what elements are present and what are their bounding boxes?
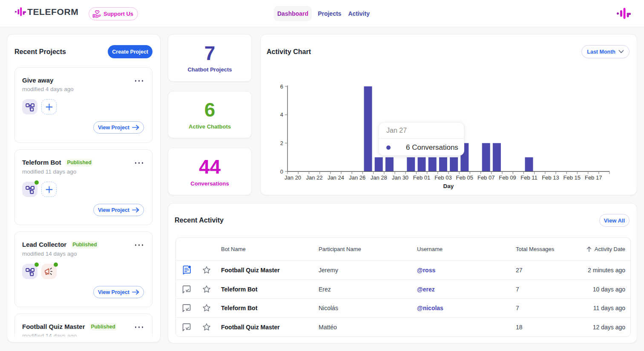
col-header-username[interactable]: Username <box>412 246 511 252</box>
main-nav: DashboardProjectsActivity <box>274 6 371 21</box>
create-project-button[interactable]: Create Project <box>108 45 152 58</box>
nav-item-label: Projects <box>318 10 341 17</box>
view-project-label: View Project <box>98 125 129 131</box>
project-card: Teleform BotPublishedmodified 11 days ag… <box>14 149 152 225</box>
stats-column: 7Chatbot Projects6Active Chatbots44Conve… <box>168 34 252 195</box>
activity-chart-panel: 0246Jan 20Jan 22Jan 24Jan 26Jan 28Jan 30… <box>260 34 637 195</box>
cell-bot-name: Football Quiz Master <box>216 267 313 274</box>
cell-username: @nicolas <box>412 305 511 311</box>
project-name: Give away <box>22 77 53 84</box>
megaphone-bot-chip[interactable] <box>41 264 57 279</box>
svg-text:Feb 17: Feb 17 <box>585 174 602 181</box>
svg-text:0: 0 <box>280 168 283 175</box>
svg-text:Jan 22: Jan 22 <box>306 174 322 181</box>
cell-bot-name: Teleform Bot <box>216 305 313 311</box>
active-status-dot <box>34 180 39 185</box>
activity-table-row[interactable]: Teleform BotNicolás@nicolas711 days ago <box>176 299 630 318</box>
favorite-star-button[interactable] <box>202 285 211 294</box>
read-conversation-icon[interactable] <box>181 303 192 313</box>
project-menu-button[interactable] <box>134 241 144 248</box>
tooltip-series-dot <box>386 146 391 150</box>
col-header-bot-name[interactable]: Bot Name <box>216 246 313 252</box>
svg-text:Feb 01: Feb 01 <box>413 174 430 181</box>
bot-icons-row <box>22 264 144 279</box>
activity-table-row[interactable]: Football Quiz MasterJeremy@ross272 minut… <box>176 261 630 280</box>
cell-bot-name: Teleform Bot <box>216 286 313 293</box>
read-conversation-icon[interactable] <box>181 284 192 294</box>
col-header-total-messages[interactable]: Total Messages <box>511 246 579 252</box>
cell-participant-name: Nicolás <box>313 305 412 311</box>
support-us-button[interactable]: Support Us <box>89 7 138 20</box>
activity-table-row[interactable]: Football Quiz MasterMattéo1812 days ago <box>176 318 630 337</box>
svg-text:Jan 28: Jan 28 <box>371 174 387 181</box>
nav-item-activity[interactable]: Activity <box>347 10 371 17</box>
sort-ascending-icon <box>586 246 592 252</box>
svg-text:Feb 03: Feb 03 <box>434 174 451 181</box>
svg-text:Day: Day <box>443 183 454 189</box>
svg-text:Jan 24: Jan 24 <box>328 174 344 181</box>
col-header-participant-name[interactable]: Participant Name <box>313 246 412 252</box>
project-modified-date: modified 14 days ago <box>22 333 144 337</box>
date-range-dropdown[interactable]: Last Month <box>581 45 630 58</box>
view-project-label: View Project <box>98 289 129 295</box>
svg-text:Feb 11: Feb 11 <box>520 174 538 181</box>
svg-text:6: 6 <box>280 83 283 90</box>
svg-text:4: 4 <box>280 111 283 118</box>
stat-card-chatbot-projects: 7Chatbot Projects <box>168 34 252 82</box>
project-menu-button[interactable] <box>134 159 144 166</box>
project-menu-button[interactable] <box>134 77 144 83</box>
nav-item-label: Activity <box>348 10 370 17</box>
arrow-right-icon <box>132 125 139 130</box>
support-us-label: Support Us <box>104 11 133 17</box>
view-project-button[interactable]: View Project <box>93 286 144 298</box>
unread-conversation-icon[interactable] <box>181 265 192 275</box>
cell-participant-name: Mattéo <box>313 324 412 331</box>
published-badge: Published <box>71 241 98 248</box>
activity-bar-chart[interactable]: 0246Jan 20Jan 22Jan 24Jan 26Jan 28Jan 30… <box>261 34 638 196</box>
project-card-list[interactable]: Give awaymodified 4 days ago View Projec… <box>14 67 152 337</box>
favorite-star-button[interactable] <box>202 304 211 312</box>
svg-text:Feb 13: Feb 13 <box>542 174 559 181</box>
stat-card-active-chatbots: 6Active Chatbots <box>168 91 252 139</box>
nav-item-projects[interactable]: Projects <box>317 10 342 17</box>
cell-total-messages: 27 <box>511 267 579 274</box>
teleform-glyph-icon[interactable] <box>617 7 631 20</box>
project-card: Lead CollectorPublishedmodified 14 days … <box>14 231 152 307</box>
published-badge: Published <box>90 323 117 331</box>
teleform-logo-icon <box>15 6 26 17</box>
project-modified-date: modified 11 days ago <box>22 168 144 175</box>
nav-item-dashboard[interactable]: Dashboard <box>274 6 312 21</box>
favorite-star-button[interactable] <box>202 323 211 331</box>
view-project-button[interactable]: View Project <box>93 204 144 216</box>
project-card: Give awaymodified 4 days ago View Projec… <box>14 67 152 143</box>
svg-text:Feb 07: Feb 07 <box>477 174 494 181</box>
recent-activity-title: Recent Activity <box>175 217 224 224</box>
nav-item-label: Dashboard <box>277 10 308 17</box>
cell-activity-date: 2 minutes ago <box>579 267 625 274</box>
read-conversation-icon[interactable] <box>181 322 192 332</box>
svg-text:2: 2 <box>280 140 283 146</box>
brand-logo[interactable]: TELEFORM <box>15 6 78 17</box>
flow-bot-chip[interactable] <box>22 99 37 114</box>
flow-bot-chip[interactable] <box>22 264 37 279</box>
flow-bot-chip[interactable] <box>22 182 37 197</box>
add-bot-button[interactable] <box>41 99 57 114</box>
cell-username: @erez <box>412 286 511 293</box>
view-project-button[interactable]: View Project <box>93 121 144 134</box>
favorite-star-button[interactable] <box>202 266 211 274</box>
chevron-down-icon <box>618 50 624 54</box>
activity-table-row[interactable]: Teleform BotErez@erez710 days ago <box>176 280 630 299</box>
cell-activity-date: 10 days ago <box>579 286 625 293</box>
col-header-activity-date[interactable]: Activity Date <box>579 246 625 252</box>
published-badge: Published <box>66 159 92 166</box>
svg-text:Jan 20: Jan 20 <box>285 174 301 181</box>
view-all-button[interactable]: View All <box>599 214 630 227</box>
add-bot-button[interactable] <box>41 182 57 197</box>
project-menu-button[interactable] <box>134 323 144 330</box>
activity-table-header: Bot Name Participant Name Username Total… <box>176 238 630 261</box>
bot-icons-row <box>22 182 144 197</box>
top-navigation-bar: TELEFORM Support Us DashboardProjectsAct… <box>0 0 644 27</box>
stat-card-conversations: 44Conversations <box>168 148 252 195</box>
project-name: Lead Collector <box>22 241 66 248</box>
activity-chart-title: Activity Chart <box>267 48 311 56</box>
